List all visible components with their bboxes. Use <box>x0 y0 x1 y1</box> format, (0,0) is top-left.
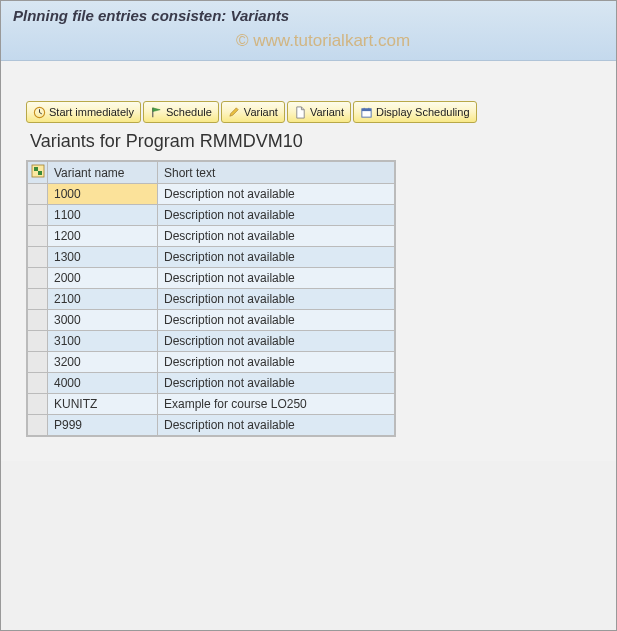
table-row[interactable]: KUNITZExample for course LO250 <box>28 394 395 415</box>
table-row[interactable]: P999Description not available <box>28 415 395 436</box>
row-selector[interactable] <box>28 247 48 268</box>
short-text-cell: Description not available <box>158 184 395 205</box>
toolbar: Start immediately Schedule Variant <box>26 101 591 123</box>
schedule-button[interactable]: Schedule <box>143 101 219 123</box>
table-row[interactable]: 3000Description not available <box>28 310 395 331</box>
variant-name-cell[interactable]: 1100 <box>48 205 158 226</box>
variant-name-cell[interactable]: 3100 <box>48 331 158 352</box>
variant-name-cell[interactable]: 2000 <box>48 268 158 289</box>
variant-name-cell[interactable]: 1300 <box>48 247 158 268</box>
table-row[interactable]: 2100Description not available <box>28 289 395 310</box>
short-text-cell: Description not available <box>158 310 395 331</box>
table-row[interactable]: 2000Description not available <box>28 268 395 289</box>
variant-name-header[interactable]: Variant name <box>48 162 158 184</box>
display-scheduling-button[interactable]: Display Scheduling <box>353 101 477 123</box>
variant-name-cell[interactable]: KUNITZ <box>48 394 158 415</box>
variant-name-cell[interactable]: 4000 <box>48 373 158 394</box>
row-selector[interactable] <box>28 415 48 436</box>
svg-rect-8 <box>34 167 38 171</box>
variant-name-cell[interactable]: 3000 <box>48 310 158 331</box>
short-text-cell: Description not available <box>158 331 395 352</box>
row-selector[interactable] <box>28 394 48 415</box>
variants-table-wrap: Variant name Short text 1000Description … <box>26 160 396 437</box>
variant-new-button[interactable]: Variant <box>287 101 351 123</box>
short-text-cell: Description not available <box>158 289 395 310</box>
variants-table: Variant name Short text 1000Description … <box>27 161 395 436</box>
table-row[interactable]: 1200Description not available <box>28 226 395 247</box>
short-text-cell: Description not available <box>158 352 395 373</box>
page-title: Plnning file entries consisten: Variants <box>13 7 604 24</box>
row-selector[interactable] <box>28 310 48 331</box>
svg-line-2 <box>40 112 42 113</box>
row-selector[interactable] <box>28 331 48 352</box>
button-label: Display Scheduling <box>376 106 470 118</box>
button-label: Variant <box>310 106 344 118</box>
title-bar: Plnning file entries consisten: Variants <box>1 1 616 61</box>
short-text-cell: Description not available <box>158 268 395 289</box>
button-label: Schedule <box>166 106 212 118</box>
table-row[interactable]: 1000Description not available <box>28 184 395 205</box>
variant-name-cell[interactable]: 1200 <box>48 226 158 247</box>
pencil-icon <box>228 106 241 119</box>
select-all-header[interactable] <box>28 162 48 184</box>
row-selector[interactable] <box>28 373 48 394</box>
short-text-header[interactable]: Short text <box>158 162 395 184</box>
variant-name-cell[interactable]: P999 <box>48 415 158 436</box>
flag-icon <box>150 106 163 119</box>
table-row[interactable]: 1300Description not available <box>28 247 395 268</box>
calendar-icon <box>360 106 373 119</box>
content-area: Start immediately Schedule Variant <box>1 61 616 461</box>
svg-rect-9 <box>38 171 42 175</box>
svg-rect-4 <box>362 108 371 110</box>
table-row[interactable]: 1100Description not available <box>28 205 395 226</box>
short-text-cell: Description not available <box>158 415 395 436</box>
variant-name-cell[interactable]: 1000 <box>48 184 158 205</box>
document-icon <box>294 106 307 119</box>
start-immediately-button[interactable]: Start immediately <box>26 101 141 123</box>
section-title: Variants for Program RMMDVM10 <box>30 131 591 152</box>
short-text-cell: Description not available <box>158 247 395 268</box>
table-row[interactable]: 3200Description not available <box>28 352 395 373</box>
row-selector[interactable] <box>28 268 48 289</box>
select-all-icon <box>31 164 45 178</box>
button-label: Start immediately <box>49 106 134 118</box>
table-row[interactable]: 4000Description not available <box>28 373 395 394</box>
variant-name-cell[interactable]: 2100 <box>48 289 158 310</box>
short-text-cell: Description not available <box>158 205 395 226</box>
table-row[interactable]: 3100Description not available <box>28 331 395 352</box>
row-selector[interactable] <box>28 205 48 226</box>
short-text-cell: Description not available <box>158 226 395 247</box>
row-selector[interactable] <box>28 184 48 205</box>
row-selector[interactable] <box>28 352 48 373</box>
row-selector[interactable] <box>28 226 48 247</box>
variant-edit-button[interactable]: Variant <box>221 101 285 123</box>
clock-icon <box>33 106 46 119</box>
row-selector[interactable] <box>28 289 48 310</box>
short-text-cell: Description not available <box>158 373 395 394</box>
short-text-cell: Example for course LO250 <box>158 394 395 415</box>
variant-name-cell[interactable]: 3200 <box>48 352 158 373</box>
button-label: Variant <box>244 106 278 118</box>
